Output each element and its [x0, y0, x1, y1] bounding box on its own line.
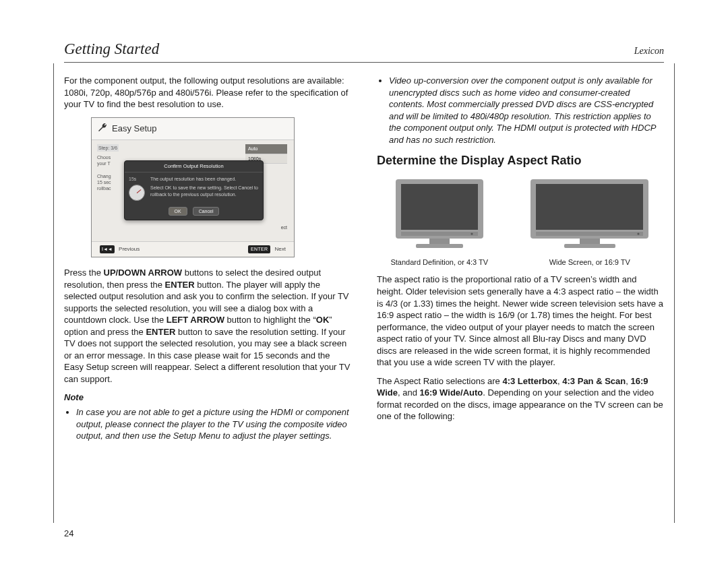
page: Getting Started Lexicon For the componen… — [64, 40, 664, 449]
ok-button[interactable]: OK — [169, 207, 187, 216]
header-brand: Lexicon — [634, 46, 664, 57]
svg-point-3 — [471, 232, 473, 235]
svg-rect-7 — [536, 184, 643, 230]
tv-169-unit: Wide Screen, or 16:9 TV — [527, 176, 652, 268]
page-number: 24 — [64, 528, 73, 538]
svg-rect-1 — [401, 184, 478, 230]
skip-back-icon: I◄◄ — [100, 245, 115, 253]
header-title: Getting Started — [64, 40, 159, 58]
page-rule-right — [674, 63, 675, 523]
select-hint: ect — [281, 224, 287, 230]
top-note-bullet: Video up-conversion over the component o… — [389, 75, 664, 146]
intro-paragraph: For the component output, the following … — [64, 75, 351, 111]
enter-key-icon: ENTER — [248, 245, 270, 253]
instruction-paragraph: Press the UP/DOWN ARROW buttons to selec… — [64, 267, 351, 385]
svg-rect-2 — [401, 232, 478, 236]
aspect-para-2: The Aspect Ratio selections are 4:3 Lett… — [377, 375, 664, 423]
tv-169-icon — [527, 176, 652, 253]
easy-setup-title: Easy Setup — [112, 123, 157, 135]
resolution-auto: Auto — [245, 144, 287, 154]
step-badge: Step: 3/6 — [97, 144, 119, 152]
modal-text: The output resolution has been changed. … — [150, 176, 259, 200]
nav-next: ENTER Next — [248, 245, 286, 253]
aspect-para-1: The aspect ratio is the proportional rat… — [377, 274, 664, 368]
page-rule-left — [53, 63, 54, 523]
note-list: In case you are not able to get a pictur… — [64, 406, 351, 442]
svg-rect-4 — [429, 239, 450, 244]
two-column-layout: For the component output, the following … — [64, 75, 664, 449]
clock-icon — [129, 185, 145, 201]
svg-rect-5 — [416, 244, 463, 248]
tv-43-unit: Standard Definition, or 4:3 TV — [389, 176, 490, 268]
easy-setup-body: Step: 3/6 Choos your T Chang 15 sec roll… — [92, 140, 294, 241]
modal-title: Confirm Output Resolution — [125, 161, 263, 173]
right-column: Video up-conversion over the component o… — [377, 75, 664, 449]
svg-rect-8 — [536, 232, 643, 236]
tv-illustration-row: Standard Definition, or 4:3 TV Wide Scre… — [377, 176, 664, 268]
easy-setup-nav: I◄◄ Previous ENTER Next — [92, 241, 294, 257]
top-note-list: Video up-conversion over the component o… — [377, 75, 664, 146]
modal-timer: 15s — [129, 176, 146, 182]
confirm-resolution-modal: Confirm Output Resolution 15s The output… — [124, 160, 264, 220]
svg-rect-11 — [564, 244, 615, 248]
tv-43-caption: Standard Definition, or 4:3 TV — [389, 257, 490, 268]
tv-43-icon — [389, 176, 490, 253]
tv-169-caption: Wide Screen, or 16:9 TV — [527, 257, 652, 268]
svg-point-9 — [638, 232, 640, 235]
aspect-ratio-heading: Determine the Display Aspect Ratio — [377, 152, 664, 168]
note-heading: Note — [64, 392, 351, 404]
page-header: Getting Started Lexicon — [64, 40, 664, 63]
left-column: For the component output, the following … — [64, 75, 351, 449]
easy-setup-screenshot: Easy Setup Step: 3/6 Choos your T Chang … — [91, 117, 295, 257]
svg-rect-10 — [580, 239, 600, 244]
easy-setup-header: Easy Setup — [92, 118, 294, 141]
nav-previous: I◄◄ Previous — [100, 245, 140, 253]
wrench-icon — [97, 122, 108, 136]
note-bullet-1: In case you are not able to get a pictur… — [76, 406, 351, 442]
cancel-button[interactable]: Cancel — [193, 207, 220, 216]
